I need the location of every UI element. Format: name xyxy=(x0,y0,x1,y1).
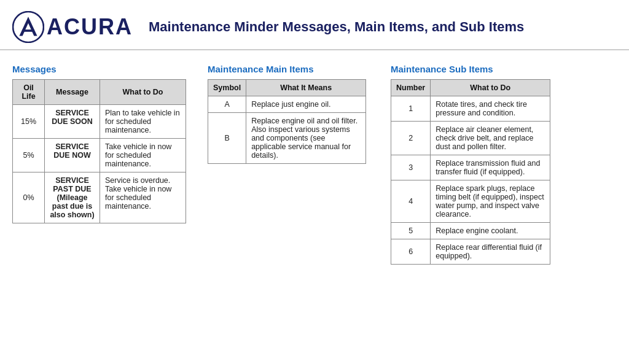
messages-cell-oil-life: 0% xyxy=(13,172,45,223)
sub-items-row: 1 Rotate tires, and check tire pressure … xyxy=(391,96,550,122)
main-items-cell-what-it-means: Replace just engine oil. xyxy=(246,96,366,113)
sub-items-cell-number: 6 xyxy=(391,239,431,265)
sub-items-col-what-to-do: What to Do xyxy=(431,80,550,96)
svg-marker-1 xyxy=(19,17,28,36)
messages-col-message: Message xyxy=(45,80,100,105)
main-items-cell-what-it-means: Replace engine oil and oil filter. Also … xyxy=(246,113,366,164)
main-items-cell-symbol: A xyxy=(208,96,246,113)
main-items-row: B Replace engine oil and oil filter. Als… xyxy=(208,113,366,164)
messages-cell-what-to-do: Plan to take vehicle in for scheduled ma… xyxy=(100,105,186,139)
sub-items-section-title: Maintenance Sub Items xyxy=(391,64,553,74)
sub-items-cell-number: 4 xyxy=(391,180,431,223)
sub-items-cell-what-to-do: Rotate tires, and check tire pressure an… xyxy=(431,96,550,122)
sub-items-cell-what-to-do: Replace transmission fluid and transfer … xyxy=(431,155,550,180)
messages-cell-what-to-do: Take vehicle in now for scheduled mainte… xyxy=(100,139,186,172)
sub-items-cell-number: 3 xyxy=(391,155,431,180)
main-items-row: A Replace just engine oil. xyxy=(208,96,366,113)
messages-col-oil-life: Oil Life xyxy=(13,80,45,105)
main-items-cell-symbol: B xyxy=(208,113,246,164)
svg-marker-2 xyxy=(28,17,37,36)
messages-cell-oil-life: 5% xyxy=(13,139,45,172)
main-items-table: Symbol What It Means A Replace just engi… xyxy=(208,79,366,164)
messages-header-row: Oil Life Message What to Do xyxy=(13,80,186,105)
messages-cell-message: SERVICE DUE SOON xyxy=(45,105,100,139)
messages-row: 5% SERVICE DUE NOW Take vehicle in now f… xyxy=(13,139,186,172)
main-content: Messages Oil Life Message What to Do 15%… xyxy=(0,50,629,271)
sub-items-cell-what-to-do: Replace spark plugs, replace timing belt… xyxy=(431,180,550,223)
main-items-col-what-it-means: What It Means xyxy=(246,80,366,96)
sub-items-cell-what-to-do: Replace engine coolant. xyxy=(431,223,550,239)
page-title: Maintenance Minder Messages, Main Items,… xyxy=(149,19,524,35)
sub-items-row: 5 Replace engine coolant. xyxy=(391,223,550,239)
main-items-section-title: Maintenance Main Items xyxy=(208,64,373,74)
sub-items-section: Maintenance Sub Items Number What to Do … xyxy=(391,64,553,265)
sub-items-row: 4 Replace spark plugs, replace timing be… xyxy=(391,180,550,223)
messages-cell-what-to-do: Service is overdue. Take vehicle in now … xyxy=(100,172,186,223)
messages-cell-oil-life: 15% xyxy=(13,105,45,139)
main-items-col-symbol: Symbol xyxy=(208,80,246,96)
sub-items-cell-number: 1 xyxy=(391,96,431,122)
messages-row: 15% SERVICE DUE SOON Plan to take vehicl… xyxy=(13,105,186,139)
messages-section-title: Messages xyxy=(12,64,190,74)
acura-logo-icon xyxy=(12,11,44,43)
sub-items-cell-number: 5 xyxy=(391,223,431,239)
svg-rect-3 xyxy=(22,29,34,32)
messages-cell-message: SERVICE PAST DUE (Mileage past due is al… xyxy=(45,172,100,223)
main-items-header-row: Symbol What It Means xyxy=(208,80,366,96)
sub-items-row: 3 Replace transmission fluid and transfe… xyxy=(391,155,550,180)
sub-items-cell-number: 2 xyxy=(391,122,431,155)
messages-table: Oil Life Message What to Do 15% SERVICE … xyxy=(12,79,186,223)
sub-items-col-number: Number xyxy=(391,80,431,96)
sub-items-cell-what-to-do: Replace air cleaner element, check drive… xyxy=(431,122,550,155)
messages-cell-message: SERVICE DUE NOW xyxy=(45,139,100,172)
sub-items-table: Number What to Do 1 Rotate tires, and ch… xyxy=(391,79,550,265)
messages-section: Messages Oil Life Message What to Do 15%… xyxy=(12,64,190,223)
page-header: ACURA Maintenance Minder Messages, Main … xyxy=(0,0,629,50)
sub-items-row: 6 Replace rear differential fluid (if eq… xyxy=(391,239,550,265)
main-items-section: Maintenance Main Items Symbol What It Me… xyxy=(208,64,373,164)
acura-logo-area: ACURA xyxy=(12,11,133,43)
acura-wordmark: ACURA xyxy=(47,14,133,40)
messages-col-what-to-do: What to Do xyxy=(100,80,186,105)
sub-items-cell-what-to-do: Replace rear differential fluid (if equi… xyxy=(431,239,550,265)
sub-items-row: 2 Replace air cleaner element, check dri… xyxy=(391,122,550,155)
svg-point-0 xyxy=(13,12,44,42)
messages-row: 0% SERVICE PAST DUE (Mileage past due is… xyxy=(13,172,186,223)
sub-items-header-row: Number What to Do xyxy=(391,80,550,96)
